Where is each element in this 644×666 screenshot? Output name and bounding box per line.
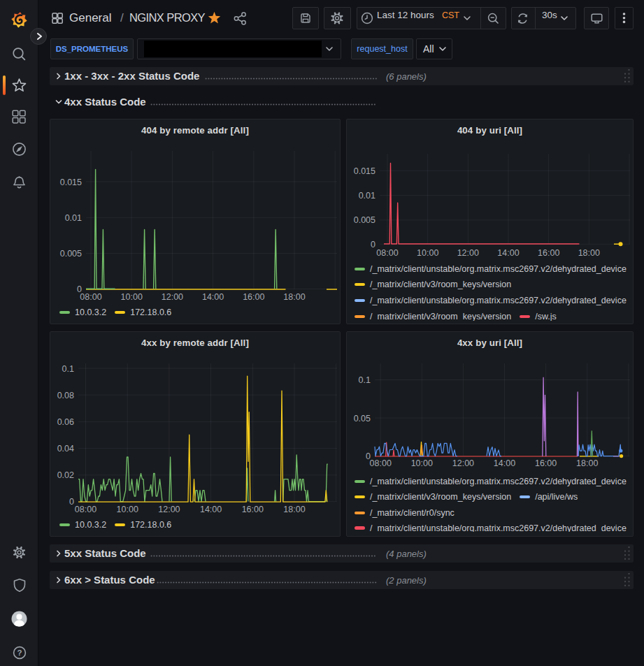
svg-text:12:00: 12:00 xyxy=(452,458,474,468)
svg-text:12:00: 12:00 xyxy=(457,248,479,258)
svg-text:0.06: 0.06 xyxy=(57,417,74,427)
svg-text:14:00: 14:00 xyxy=(497,248,519,258)
svg-text:0.1: 0.1 xyxy=(359,375,371,385)
svg-text:0.08: 0.08 xyxy=(57,391,74,400)
svg-text:08:00: 08:00 xyxy=(75,505,96,514)
svg-text:?: ? xyxy=(17,649,22,657)
svg-text:10:00: 10:00 xyxy=(121,292,143,302)
svg-text:18:00: 18:00 xyxy=(578,248,600,258)
svg-text:0.015: 0.015 xyxy=(354,166,375,176)
svg-text:0: 0 xyxy=(371,240,375,249)
svg-text:14:00: 14:00 xyxy=(202,292,224,302)
svg-text:12:00: 12:00 xyxy=(158,505,180,514)
svg-text:0: 0 xyxy=(69,497,74,507)
svg-text:16:00: 16:00 xyxy=(243,292,264,302)
svg-text:0.005: 0.005 xyxy=(60,249,82,259)
svg-text:18:00: 18:00 xyxy=(283,505,305,514)
svg-text:16:00: 16:00 xyxy=(535,458,557,468)
svg-text:0.015: 0.015 xyxy=(60,178,82,187)
svg-text:08:00: 08:00 xyxy=(376,248,398,258)
svg-text:0.1: 0.1 xyxy=(62,364,74,374)
svg-text:14:00: 14:00 xyxy=(494,458,515,468)
svg-text:18:00: 18:00 xyxy=(576,458,598,468)
svg-text:08:00: 08:00 xyxy=(370,458,392,468)
svg-text:12:00: 12:00 xyxy=(162,292,183,302)
svg-text:16:00: 16:00 xyxy=(538,248,559,258)
svg-text:10:00: 10:00 xyxy=(417,248,438,258)
svg-text:0.02: 0.02 xyxy=(57,470,74,480)
svg-text:0.01: 0.01 xyxy=(65,213,82,223)
svg-text:10:00: 10:00 xyxy=(411,458,433,468)
svg-text:18:00: 18:00 xyxy=(283,292,305,302)
svg-text:0.05: 0.05 xyxy=(354,414,371,424)
svg-text:10:00: 10:00 xyxy=(117,505,138,514)
svg-text:0.01: 0.01 xyxy=(359,191,375,201)
svg-text:08:00: 08:00 xyxy=(80,292,101,302)
svg-text:16:00: 16:00 xyxy=(242,505,264,514)
svg-text:0.005: 0.005 xyxy=(354,215,375,225)
svg-text:0.04: 0.04 xyxy=(57,444,74,454)
svg-text:14:00: 14:00 xyxy=(200,505,222,514)
